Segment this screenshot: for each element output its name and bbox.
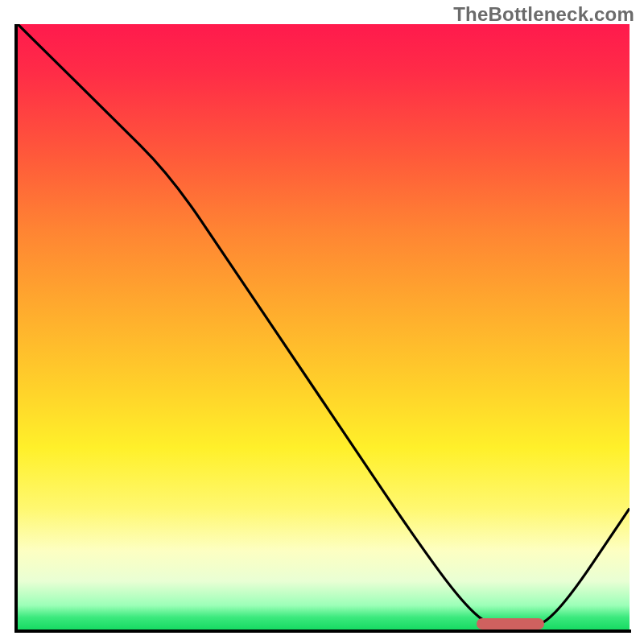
watermark-text: TheBottleneck.com xyxy=(453,3,634,26)
chart-gradient-background xyxy=(18,24,630,630)
x-axis xyxy=(14,630,631,633)
chart-container: TheBottleneck.com xyxy=(0,0,644,644)
y-axis xyxy=(14,24,18,633)
optimal-range-marker xyxy=(477,618,544,630)
